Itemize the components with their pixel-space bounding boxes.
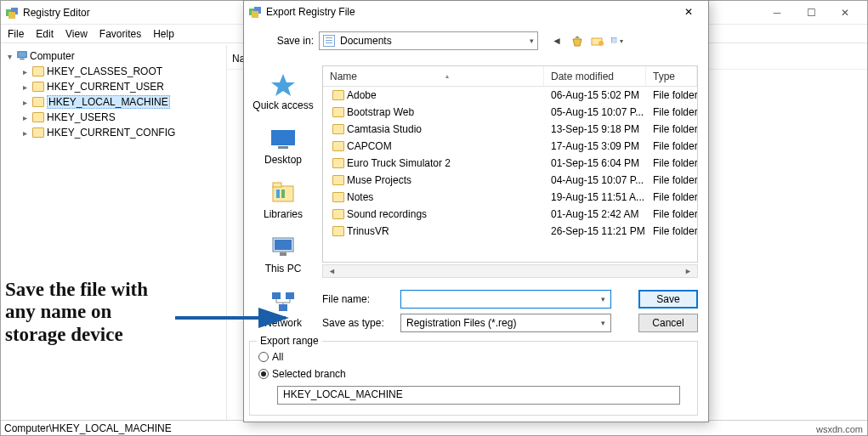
folder-icon — [32, 82, 44, 92]
menu-file[interactable]: File — [8, 28, 24, 40]
column-type[interactable]: Type — [646, 66, 697, 86]
file-type: File folder — [646, 208, 697, 220]
radio-selected-branch[interactable] — [258, 369, 269, 379]
svg-rect-11 — [613, 39, 614, 40]
file-name: CAPCOM — [347, 140, 392, 152]
file-row[interactable]: Camtasia Studio13-Sep-15 9:18 PMFile fol… — [323, 121, 697, 138]
save-in-combo[interactable]: Documents ▾ — [319, 31, 538, 50]
filename-input[interactable]: ▾ — [400, 290, 611, 309]
radio-selected-branch-row[interactable]: Selected branch — [258, 365, 689, 382]
place-item[interactable]: This PC — [249, 235, 317, 275]
folder-icon — [32, 112, 44, 122]
filename-label: File name: — [322, 293, 400, 305]
svg-rect-17 — [278, 146, 288, 149]
tree-item[interactable]: ▸HKEY_CURRENT_CONFIG — [3, 125, 224, 140]
save-button[interactable]: Save — [638, 290, 698, 309]
tree-item-label: HKEY_CURRENT_USER — [47, 81, 164, 93]
svg-point-9 — [599, 41, 604, 46]
svg-rect-25 — [272, 292, 281, 299]
menu-edit[interactable]: Edit — [36, 28, 54, 40]
new-folder-icon[interactable] — [591, 34, 604, 48]
folder-icon — [332, 90, 344, 100]
expand-icon[interactable]: ▸ — [20, 82, 30, 92]
radio-all[interactable] — [258, 352, 269, 362]
places-bar: Quick accessDesktopLibrariesThis PCNetwo… — [249, 72, 317, 329]
horizontal-scrollbar[interactable]: ◄► — [322, 264, 698, 278]
save-in-value: Documents — [340, 35, 392, 47]
tree-item-label: HKEY_CURRENT_CONFIG — [47, 127, 175, 139]
tree-item[interactable]: ▸HKEY_CURRENT_USER — [3, 79, 224, 94]
menu-view[interactable]: View — [65, 28, 88, 40]
file-row[interactable]: CAPCOM17-Aug-15 3:09 PMFile folder — [323, 138, 697, 155]
save-as-type-combo[interactable]: Registration Files (*.reg)▾ — [400, 314, 611, 332]
selected-branch-input[interactable]: HKEY_LOCAL_MACHINE — [277, 386, 680, 405]
column-date[interactable]: Date modified — [544, 66, 646, 86]
file-type: File folder — [646, 89, 697, 101]
file-date: 05-Aug-15 10:07 P... — [544, 106, 646, 118]
file-type: File folder — [646, 174, 697, 186]
scroll-left-icon[interactable]: ◄ — [325, 267, 339, 275]
place-item[interactable]: Quick access — [249, 72, 317, 111]
svg-rect-10 — [612, 38, 617, 43]
file-row[interactable]: TrinusVR26-Sep-15 11:21 PMFile folder — [323, 223, 697, 240]
chevron-down-icon: ▾ — [530, 37, 534, 45]
file-list[interactable]: Name▴ Date modified Type Adobe06-Aug-15 … — [322, 65, 698, 263]
svg-rect-3 — [18, 52, 27, 58]
menu-favorites[interactable]: Favorites — [99, 28, 141, 40]
folder-icon — [332, 192, 344, 202]
close-button[interactable]: ✕ — [828, 3, 862, 23]
cancel-button[interactable]: Cancel — [638, 314, 698, 332]
minimize-button[interactable]: ─ — [760, 3, 794, 23]
tree-item-label: HKEY_CLASSES_ROOT — [47, 65, 162, 77]
expand-icon[interactable]: ▸ — [20, 128, 30, 138]
svg-rect-21 — [281, 190, 285, 198]
expand-icon[interactable]: ▸ — [20, 98, 30, 107]
menu-help[interactable]: Help — [153, 28, 174, 40]
chevron-down-icon[interactable]: ▾ — [601, 319, 605, 327]
back-icon[interactable]: ◄ — [550, 34, 564, 48]
scroll-right-icon[interactable]: ► — [681, 267, 695, 275]
file-row[interactable]: Adobe06-Aug-15 5:02 PMFile folder — [323, 87, 697, 104]
svg-rect-14 — [615, 41, 616, 42]
tree-item[interactable]: ▸HKEY_USERS — [3, 110, 224, 125]
svg-rect-7 — [252, 11, 258, 18]
registry-editor-icon — [6, 6, 20, 20]
file-name: Bootstrap Web — [347, 106, 414, 118]
folder-icon — [332, 107, 344, 117]
place-label: Libraries — [264, 208, 303, 220]
up-one-level-icon[interactable] — [570, 34, 584, 48]
file-row[interactable]: Muse Projects04-Aug-15 10:07 P...File fo… — [323, 172, 697, 189]
statusbar-path: Computer\HKEY_LOCAL_MACHINE — [4, 422, 172, 434]
folder-icon — [332, 209, 344, 219]
expand-icon[interactable]: ▸ — [20, 113, 30, 122]
file-row[interactable]: Notes19-Aug-15 11:51 A...File folder — [323, 189, 697, 206]
file-name: Notes — [347, 191, 373, 203]
expand-icon[interactable]: ▾ — [4, 52, 14, 61]
view-menu-icon[interactable]: ▾ — [611, 34, 625, 48]
file-date: 06-Aug-15 5:02 PM — [544, 89, 646, 101]
folder-icon — [332, 226, 344, 236]
file-row[interactable]: Sound recordings01-Aug-15 2:42 AMFile fo… — [323, 206, 697, 223]
dialog-titlebar: Export Registry File ✕ — [244, 1, 708, 23]
place-item[interactable]: Desktop — [249, 127, 317, 166]
column-name[interactable]: Name▴ — [323, 66, 544, 86]
svg-marker-15 — [271, 74, 295, 96]
dialog-close-button[interactable]: ✕ — [674, 3, 703, 21]
tree-item[interactable]: ▸HKEY_CLASSES_ROOT — [3, 64, 224, 79]
file-row[interactable]: Euro Truck Simulator 201-Sep-15 6:04 PMF… — [323, 155, 697, 172]
file-date: 13-Sep-15 9:18 PM — [544, 123, 646, 135]
radio-all-row[interactable]: All — [258, 348, 689, 365]
place-item[interactable]: Libraries — [249, 181, 317, 220]
svg-rect-2 — [9, 12, 15, 19]
registry-tree[interactable]: ▾Computer▸HKEY_CLASSES_ROOT▸HKEY_CURRENT… — [1, 45, 227, 420]
documents-icon — [323, 35, 335, 47]
tree-item[interactable]: ▸HKEY_LOCAL_MACHINE — [3, 94, 224, 110]
registry-editor-icon — [249, 5, 263, 19]
window-controls: ─ ☐ ✕ — [760, 3, 862, 23]
maximize-button[interactable]: ☐ — [794, 3, 828, 23]
chevron-down-icon[interactable]: ▾ — [601, 295, 605, 303]
tree-item[interactable]: ▾Computer — [3, 48, 224, 64]
expand-icon[interactable]: ▸ — [20, 67, 30, 76]
watermark: wsxdn.com — [816, 424, 863, 434]
file-row[interactable]: Bootstrap Web05-Aug-15 10:07 P...File fo… — [323, 104, 697, 121]
